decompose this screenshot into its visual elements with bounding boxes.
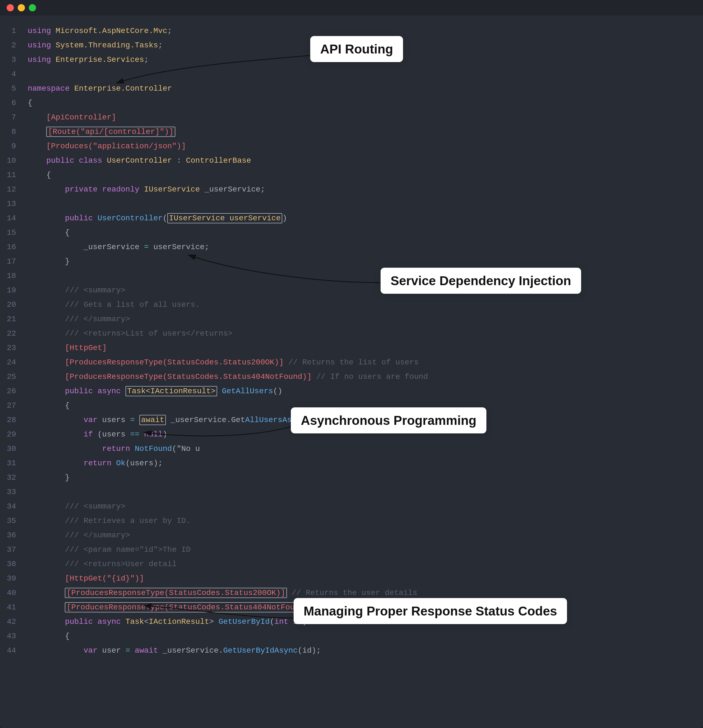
code-token: )	[282, 214, 287, 222]
code-line: 11 {	[0, 168, 703, 182]
code-token: }	[28, 473, 69, 482]
line-number: 40	[0, 586, 25, 600]
code-token: null	[144, 430, 163, 439]
code-token: (	[163, 214, 167, 222]
line-content: {	[25, 629, 703, 643]
code-token: private	[65, 185, 102, 194]
line-number: 29	[0, 427, 25, 442]
line-number: 35	[0, 514, 25, 528]
code-token	[28, 445, 102, 453]
code-token: ()	[273, 387, 282, 396]
code-line: 25 [ProducesResponseType(StatusCodes.Sta…	[0, 370, 703, 384]
line-number: 25	[0, 370, 25, 384]
line-number: 37	[0, 543, 25, 557]
maximize-dot[interactable]	[29, 4, 36, 12]
code-token: System.Threading.Tasks	[56, 41, 158, 50]
close-dot[interactable]	[7, 4, 14, 12]
line-content: /// <summary>	[25, 499, 703, 514]
code-token	[287, 589, 292, 597]
code-line: 10 public class UserController : Control…	[0, 153, 703, 168]
code-line: 37 /// <param name="id">The ID	[0, 543, 703, 557]
code-token	[312, 373, 316, 381]
code-token: ;	[167, 27, 172, 35]
code-token: /// Gets a list of all users.	[65, 300, 200, 309]
code-token: ControllerBase	[186, 156, 251, 165]
line-number: 6	[0, 96, 25, 110]
code-token	[28, 214, 65, 222]
code-token: var	[84, 646, 102, 655]
code-line: 32 }	[0, 471, 703, 485]
code-token	[28, 416, 84, 424]
code-token: /// <summary>	[65, 502, 125, 511]
code-line: 35 /// Retrieves a user by ID.	[0, 514, 703, 528]
line-content: return NotFound("No u	[25, 442, 703, 456]
code-token: if	[84, 430, 98, 439]
line-number: 26	[0, 384, 25, 399]
code-token: (users);	[125, 459, 163, 468]
line-number: 34	[0, 499, 25, 514]
line-number: 2	[0, 38, 25, 53]
code-token: using	[28, 41, 56, 50]
code-token: /// <returns>User detail	[65, 560, 176, 568]
code-token: GetUserByIdAsync	[223, 646, 298, 655]
line-content: [HttpGet("{id}")]	[25, 571, 703, 586]
code-token: [Produces("application/json")]	[46, 142, 186, 150]
code-token: GetAllUsers	[222, 387, 273, 396]
line-number: 4	[0, 67, 25, 81]
code-token: /// Retrieves a user by ID.	[65, 517, 190, 525]
code-line: 8 [Route("api/[controller]")]	[0, 125, 703, 139]
service-dependency-injection-callout: Service Dependency Injection	[380, 268, 581, 294]
line-number: 39	[0, 571, 25, 586]
code-token: )	[163, 430, 167, 439]
code-token: return	[102, 445, 135, 453]
code-token: ;	[144, 55, 149, 64]
code-token	[28, 646, 84, 655]
line-number: 42	[0, 615, 25, 629]
code-token	[28, 286, 65, 295]
code-line: 5namespace Enterprise.Controller	[0, 81, 703, 96]
code-token	[28, 127, 46, 136]
code-token	[28, 387, 65, 396]
code-token	[28, 430, 84, 439]
code-line: 31 return Ok(users);	[0, 456, 703, 471]
line-content: [ProducesResponseType(StatusCodes.Status…	[25, 355, 703, 370]
code-token	[284, 358, 288, 367]
code-line: 43 {	[0, 629, 703, 643]
code-token: {	[28, 99, 32, 107]
line-number: 38	[0, 557, 25, 571]
line-content: [Produces("application/json")]	[25, 139, 703, 153]
code-token	[28, 545, 65, 554]
line-number: 1	[0, 24, 25, 38]
code-line: 14 public UserController(IUserService us…	[0, 211, 703, 225]
line-content: namespace Enterprise.Controller	[25, 81, 703, 96]
code-token	[217, 387, 222, 396]
line-content: public class UserController : Controller…	[25, 153, 703, 168]
code-line: 21 /// </summary>	[0, 312, 703, 326]
line-content: [HttpGet]	[25, 341, 703, 355]
code-token	[28, 185, 65, 194]
line-content: {	[25, 96, 703, 110]
line-content: /// Gets a list of all users.	[25, 298, 703, 312]
code-token: // Returns the user details	[292, 589, 418, 597]
line-number: 43	[0, 629, 25, 643]
code-token	[28, 531, 65, 540]
code-token: class	[79, 156, 107, 165]
minimize-dot[interactable]	[18, 4, 25, 12]
code-token: /// </summary>	[65, 315, 130, 324]
line-number: 9	[0, 139, 25, 153]
code-line: 33	[0, 485, 703, 499]
code-token	[28, 358, 65, 367]
code-token: ;	[158, 41, 163, 50]
highlighted-attr: [Route("api/[controller]")]	[46, 127, 175, 137]
code-line: 30 return NotFound("No u	[0, 442, 703, 456]
line-content: {	[25, 168, 703, 182]
code-line: 19 /// <summary>	[0, 283, 703, 298]
line-content: public UserController(IUserService userS…	[25, 211, 703, 225]
code-token: ;	[260, 185, 265, 194]
code-token: IUserService	[144, 185, 205, 194]
code-token: >	[209, 617, 219, 626]
code-token: :	[177, 156, 186, 165]
code-token: userService	[153, 243, 205, 251]
code-line: 7 [ApiController]	[0, 110, 703, 125]
code-token: public	[65, 617, 98, 626]
